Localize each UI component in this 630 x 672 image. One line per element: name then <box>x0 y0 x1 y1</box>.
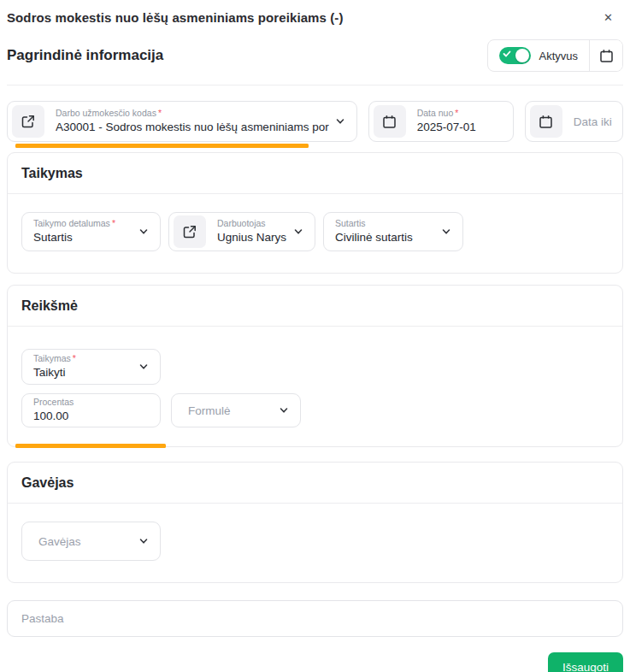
taikymas-heading: Taikymas <box>21 166 609 181</box>
field-value: Civilinė sutartis <box>335 231 435 245</box>
required-marker: * <box>112 218 115 228</box>
apply-select[interactable]: Taikymas* Taikyti <box>21 349 161 385</box>
required-marker: * <box>158 108 162 118</box>
gavejas-card-header: Gavėjas <box>8 463 622 504</box>
toggle-switch[interactable] <box>499 47 531 64</box>
field-placeholder: Gavėjas <box>38 535 81 548</box>
required-marker: * <box>455 108 458 118</box>
reiksme-card-body: Taikymas* Taikyti Procentas 100.00 Formu… <box>8 327 622 446</box>
date-from-field[interactable]: Data nuo* 2025-07-01 <box>368 101 514 142</box>
gavejas-card-body: Gavėjas <box>8 504 622 582</box>
field-label: Darbo užmokesčio kodas* <box>56 109 329 119</box>
gavejas-heading: Gavėjas <box>21 475 609 491</box>
field-value: 2025-07-01 <box>417 121 513 134</box>
field-label: Procentas <box>33 398 160 408</box>
dialog-footer: Išsaugoti <box>7 652 623 672</box>
field-label: Taikymas* <box>33 354 132 364</box>
calendar-icon[interactable] <box>374 105 406 138</box>
check-icon <box>503 50 511 58</box>
recipient-select[interactable]: Gavėjas <box>21 522 161 561</box>
field-label: Sutartis <box>335 219 435 229</box>
divider <box>7 85 623 85</box>
toggle-label: Aktyvus <box>539 50 578 62</box>
employee-select[interactable]: Darbuotojas Ugnius Narys <box>168 212 315 251</box>
chevron-down-icon <box>278 404 290 416</box>
field-value: Ugnius Narys <box>217 231 287 245</box>
field-label: Darbuotojas <box>217 219 287 229</box>
reiksme-card-header: Reikšmė <box>8 286 622 327</box>
field-value: 100.00 <box>33 410 160 423</box>
active-toggle[interactable]: Aktyvus <box>488 40 589 71</box>
field-placeholder: Data iki <box>574 115 622 128</box>
field-value: Sutartis <box>33 231 132 245</box>
contract-select[interactable]: Sutartis Civilinė sutartis <box>323 212 463 251</box>
close-icon: ✕ <box>604 11 613 24</box>
dialog-header: Sodros mokestis nuo lėšų asmeniniams por… <box>7 7 623 25</box>
close-button[interactable]: ✕ <box>597 10 620 25</box>
field-value: Taikyti <box>33 366 132 380</box>
external-link-icon[interactable] <box>12 105 44 138</box>
reiksme-card: Reikšmė Taikymas* Taikyti Procentas 100.… <box>7 285 623 447</box>
field-label: Taikymo detalumas* <box>33 219 132 229</box>
highlight-underline <box>15 444 166 448</box>
chevron-down-icon <box>292 226 304 238</box>
required-marker: * <box>73 353 76 363</box>
history-calendar-button[interactable] <box>590 40 622 71</box>
dialog-title: Sodros mokestis nuo lėšų asmeniniams por… <box>7 10 344 25</box>
gavejas-card: Gavėjas Gavėjas <box>7 462 623 583</box>
taikymas-card-body: Taikymo detalumas* Sutartis Darbuotojas … <box>8 194 622 273</box>
date-to-field[interactable]: Data iki <box>525 101 623 142</box>
highlight-underline <box>15 144 309 148</box>
calendar-icon[interactable] <box>530 105 562 138</box>
formula-select[interactable]: Formulė <box>171 393 301 427</box>
page-title: Pagrindinė informacija <box>7 47 163 64</box>
main-section-header: Pagrindinė informacija Aktyvus <box>7 39 623 72</box>
toggle-knob <box>515 49 529 62</box>
status-group: Aktyvus <box>487 39 623 72</box>
taikymas-card-header: Taikymas <box>8 153 622 194</box>
taikymas-card: Taikymas Taikymo detalumas* Sutartis <box>7 152 623 274</box>
field-placeholder: Formulė <box>188 404 231 417</box>
chevron-down-icon <box>138 535 150 547</box>
reiksme-heading: Reikšmė <box>21 298 609 314</box>
dialog: Sodros mokestis nuo lėšų asmeniniams por… <box>0 0 630 672</box>
application-detail-select[interactable]: Taikymo detalumas* Sutartis <box>21 212 161 251</box>
external-link-icon[interactable] <box>174 215 206 248</box>
field-label: Data nuo* <box>417 109 513 119</box>
chevron-down-icon <box>440 226 452 238</box>
salary-code-select[interactable]: Darbo užmokesčio kodas* A30001 - Sodros … <box>7 101 357 142</box>
field-value: A30001 - Sodros mokestis nuo lėšų asmeni… <box>56 121 329 134</box>
basic-fields-row: Darbo užmokesčio kodas* A30001 - Sodros … <box>7 101 623 142</box>
chevron-down-icon <box>138 226 150 238</box>
note-input[interactable] <box>7 600 623 637</box>
chevron-down-icon <box>138 361 150 373</box>
percent-input[interactable]: Procentas 100.00 <box>21 393 161 427</box>
calendar-icon <box>599 49 614 63</box>
chevron-down-icon <box>334 115 346 127</box>
save-button[interactable]: Išsaugoti <box>548 652 623 672</box>
